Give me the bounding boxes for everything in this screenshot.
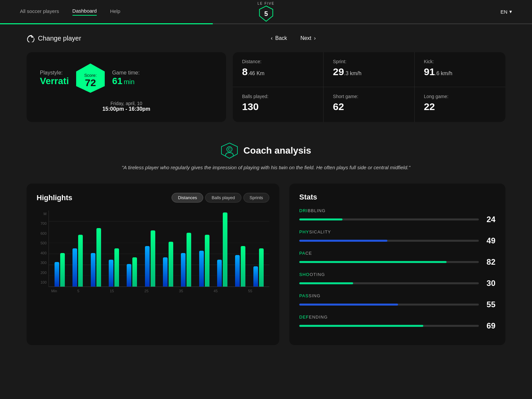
bar-blue-8 <box>199 251 204 287</box>
coach-title: Coach analysis <box>243 145 311 156</box>
stat-value-3: 30 <box>483 279 495 288</box>
bar-group-8 <box>196 235 212 287</box>
x-min-label: Min <box>51 289 61 293</box>
y-label-700: 700 <box>41 221 49 225</box>
stat-row-label-3: SHOOTING <box>299 272 495 277</box>
bar-green-0 <box>60 253 65 287</box>
next-button[interactable]: Next › <box>300 35 316 41</box>
stat-value-4: 55 <box>483 300 495 309</box>
x-label-45: 45 <box>213 289 217 293</box>
stat-row-2: PACE82 <box>299 251 495 267</box>
gametime-value: 61 <box>112 76 122 86</box>
bar-blue-1 <box>72 248 77 287</box>
bar-blue-0 <box>55 262 59 287</box>
stat-bar-row-4: 55 <box>299 300 495 309</box>
bar-group-11 <box>250 248 267 287</box>
stat-value-1: 49 <box>483 236 495 245</box>
nav-dashboard[interactable]: Dashboard <box>72 8 97 16</box>
stat-row-label-0: DRIBBLING <box>299 208 495 213</box>
stat-bar-fill-3 <box>299 282 353 284</box>
stat-bar-row-2: 82 <box>299 257 495 267</box>
nav-links: All soccer players Dashboard Help <box>20 8 120 16</box>
stat-row-label-1: PHYSICALITY <box>299 229 495 234</box>
nav-logo: LE FIVE 5 <box>257 2 274 22</box>
x-label-55: 55 <box>248 289 252 293</box>
stat-short-game-label: Short game: <box>333 94 405 99</box>
change-player-button[interactable]: Change player <box>27 34 81 42</box>
bottom-row: Highlights Distances Balls played Sprint… <box>0 177 532 358</box>
stat-distance: Distance: 8.46 Km <box>233 52 324 87</box>
bar-green-11 <box>259 248 264 287</box>
stat-bar-row-0: 24 <box>299 215 495 224</box>
bars-area <box>49 210 269 287</box>
stat-bar-bg-4 <box>299 304 479 306</box>
bar-group-1 <box>69 235 86 287</box>
change-player-label: Change player <box>38 35 81 42</box>
navbar: All soccer players Dashboard Help LE FIV… <box>0 0 532 23</box>
bar-group-10 <box>232 246 248 287</box>
back-button[interactable]: ‹ Back <box>271 35 287 41</box>
chart-inner: Min 5 15 25 35 45 55 <box>49 210 269 293</box>
stats-panel-title: Stats <box>299 193 495 201</box>
nav-help[interactable]: Help <box>110 8 120 15</box>
date-info: Friday, april, 10 15:00pm - 16:30pm <box>102 101 150 112</box>
stat-distance-label: Distance: <box>242 59 314 64</box>
tab-distances[interactable]: Distances <box>172 193 203 202</box>
stat-long-game: Long game: 22 <box>415 87 505 122</box>
y-label-400: 400 <box>41 251 49 255</box>
bar-blue-7 <box>181 253 186 287</box>
bar-green-2 <box>96 228 101 287</box>
stat-bar-fill-2 <box>299 261 447 263</box>
bar-group-6 <box>160 242 176 287</box>
chevron-right-icon: › <box>314 35 316 41</box>
svg-text:C: C <box>228 147 231 152</box>
coach-quote: "A tireless player who regularly gives t… <box>116 165 416 170</box>
x-label-5: 5 <box>77 289 79 293</box>
stat-kick: Kick: 91.6 km/h <box>415 52 505 87</box>
bar-blue-10 <box>235 255 240 287</box>
stats-panel: Stats DRIBBLING24PHYSICALITY49PACE82SHOO… <box>289 184 505 345</box>
logo-text: LE FIVE <box>257 2 274 5</box>
highlights-title: Highlights <box>37 194 72 202</box>
bar-blue-6 <box>163 257 168 287</box>
stat-value-2: 82 <box>483 257 495 267</box>
stat-bar-fill-4 <box>299 304 398 306</box>
score-badge: Score: 72 <box>75 62 105 94</box>
stat-bar-bg-1 <box>299 240 479 242</box>
tab-sprints[interactable]: Sprints <box>243 193 269 202</box>
stat-sprint-value: 29.3 km/h <box>333 66 405 77</box>
coach-section: C Coach analysis "A tireless player who … <box>0 132 532 177</box>
stat-row-0: DRIBBLING24 <box>299 208 495 224</box>
stat-balls: Balls played: 130 <box>233 87 324 122</box>
lang-label: EN <box>500 9 507 15</box>
bar-green-3 <box>114 248 119 287</box>
coach-icon: C <box>221 142 238 159</box>
tab-group: Distances Balls played Sprints <box>172 193 269 202</box>
bar-green-7 <box>187 233 191 287</box>
bar-green-9 <box>223 212 227 287</box>
tab-balls-played[interactable]: Balls played <box>205 193 241 202</box>
bar-green-5 <box>151 230 155 287</box>
coach-title-row: C Coach analysis <box>27 142 505 159</box>
nav-all-players[interactable]: All soccer players <box>20 8 59 15</box>
highlights-card: Highlights Distances Balls played Sprint… <box>27 184 279 345</box>
bar-green-6 <box>169 242 173 287</box>
stat-balls-value: 130 <box>242 101 314 112</box>
playstyle-name: Verrati <box>40 76 69 86</box>
stat-short-game: Short game: 62 <box>324 87 414 122</box>
gametime-unit: min <box>124 78 134 86</box>
stat-long-game-label: Long game: <box>424 94 496 99</box>
nav-buttons: ‹ Back Next › <box>271 35 316 41</box>
gametime-label: Game time: <box>112 70 140 76</box>
y-axis-label: M <box>44 212 49 216</box>
gametime-info: Game time: 61 min <box>112 70 140 86</box>
stat-balls-label: Balls played: <box>242 94 314 99</box>
x-label-15: 15 <box>110 289 114 293</box>
stat-bar-fill-0 <box>299 218 342 220</box>
player-card: Playstyle: Verrati Score: 72 Game time: … <box>27 52 226 122</box>
bar-green-8 <box>205 235 209 287</box>
x-label-25: 25 <box>144 289 148 293</box>
nav-lang[interactable]: EN ▾ <box>500 9 512 15</box>
bar-group-4 <box>124 257 140 287</box>
stat-short-game-value: 62 <box>333 101 405 112</box>
